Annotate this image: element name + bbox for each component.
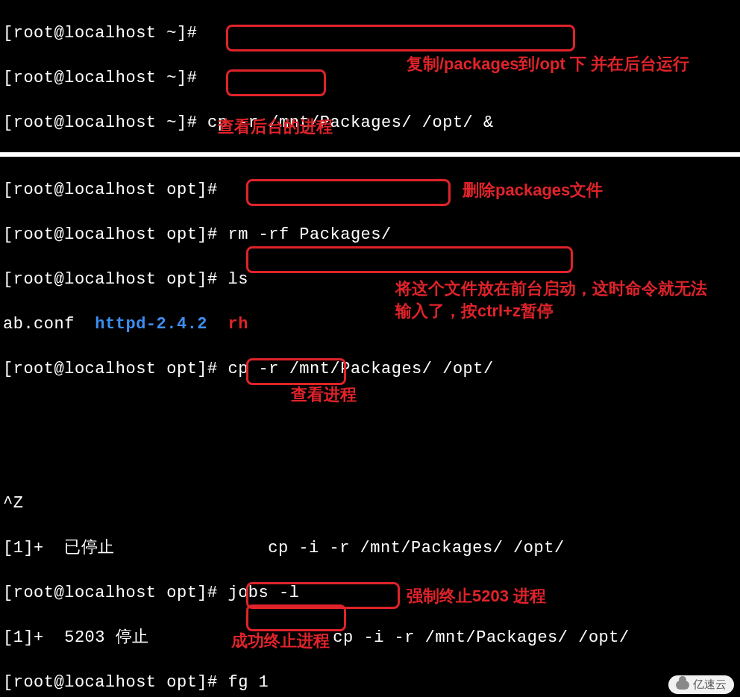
cloud-icon [676,681,689,690]
highlight-box-jobs3 [246,604,346,631]
terminal-line [3,448,737,470]
terminal-line: [root@localhost ~]# cp -r /mnt/Packages/… [3,112,737,134]
highlight-box-jobs1 [226,69,326,96]
annotation-kill: 强制终止5203 进程 [407,585,546,607]
terminal-line: [1]+ 5203 停止 cp -i -r /mnt/Packages/ /op… [3,627,737,649]
terminal-block-2: [root@localhost opt]# [root@localhost op… [0,157,740,697]
terminal-line: [1]+ 已停止 cp -i -r /mnt/Packages/ /opt/ [3,537,737,560]
terminal-line [3,403,737,425]
annotation-cp-bg: 复制/packages到/opt 下 并在后台运行 [407,53,720,75]
highlight-box-rm [246,179,451,206]
annotation-jobs2: 查看进程 [291,384,357,406]
terminal-line: ^Z [3,493,737,515]
terminal-line: [root@localhost opt]# fg 1 [3,672,737,694]
terminal-line: [root@localhost opt]# rm -rf Packages/ [3,224,737,246]
annotation-cp-fg: 将这个文件放在前台启动，这时命令就无法输入了，按ctrl+z暂停 [395,278,716,322]
highlight-box-cp-bg [226,25,575,51]
highlight-box-jobs2 [246,358,346,385]
highlight-box-cp-fg [246,246,573,273]
annotation-jobs-bg: 查看后台的进程 [218,116,333,138]
annotation-success: 成功终止进程 [231,630,330,652]
terminal-block-1: [root@localhost ~]# [root@localhost ~]# … [0,0,740,152]
watermark-text: 亿速云 [693,678,727,692]
terminal-line: [root@localhost opt]# cp -r /mnt/Package… [3,358,737,381]
annotation-rm: 删除packages文件 [462,179,603,201]
watermark-badge: 亿速云 [668,675,734,694]
